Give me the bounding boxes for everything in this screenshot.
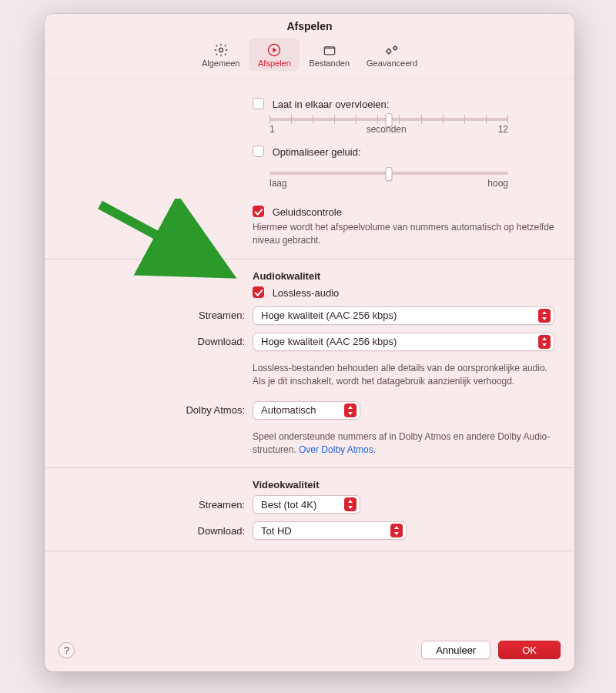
- help-button[interactable]: ?: [59, 642, 75, 658]
- soundcheck-desc: Hiermee wordt het afspeelvolume van numm…: [253, 221, 554, 248]
- gear-icon: [213, 42, 229, 59]
- tab-afspelen[interactable]: Afspelen: [249, 38, 300, 71]
- select-value: Automatisch: [261, 404, 340, 416]
- chevron-updown-icon: [344, 497, 357, 511]
- svg-point-3: [387, 49, 390, 53]
- videoquality-title: Videokwaliteit: [253, 479, 554, 490]
- dolby-link[interactable]: Over Dolby Atmos.: [299, 444, 376, 455]
- lossless-desc: Lossless-bestanden behouden alle details…: [253, 362, 554, 389]
- video-stream-select[interactable]: Best (tot 4K): [253, 495, 360, 514]
- svg-point-0: [219, 49, 223, 52]
- cancel-button[interactable]: Annuleer: [421, 641, 490, 659]
- folder-icon: [322, 42, 337, 59]
- select-value: Hoge kwaliteit (AAC 256 kbps): [261, 336, 534, 347]
- tab-label: Bestanden: [309, 59, 350, 68]
- crossfade-max: 12: [498, 124, 508, 135]
- divider: [45, 467, 574, 468]
- crossfade-label: Laat in elkaar overvloeien:: [273, 99, 390, 110]
- audio-download-select[interactable]: Hoge kwaliteit (AAC 256 kbps): [253, 333, 554, 351]
- svg-point-4: [393, 47, 397, 50]
- lossless-label: Lossless-audio: [273, 287, 340, 299]
- tab-bestanden[interactable]: Bestanden: [301, 38, 357, 71]
- tab-label: Algemeen: [202, 59, 240, 68]
- tab-algemeen[interactable]: Algemeen: [194, 38, 248, 71]
- divider: [45, 551, 574, 551]
- optimize-label: Optimaliseer geluid:: [273, 146, 361, 158]
- audioquality-title: Audiokwaliteit: [253, 270, 554, 282]
- download-label: Download:: [65, 336, 253, 347]
- chevron-updown-icon: [538, 335, 551, 349]
- stream-label: Streamen:: [65, 310, 253, 321]
- optimize-low: laag: [270, 178, 287, 189]
- crossfade-slider[interactable]: [270, 118, 508, 121]
- preferences-window: Afspelen Algemeen Afspelen Bestanden Gea…: [45, 14, 574, 671]
- optimize-checkbox[interactable]: [253, 146, 264, 157]
- chevron-updown-icon: [344, 403, 357, 417]
- soundcheck-checkbox[interactable]: [253, 206, 264, 217]
- select-value: Tot HD: [261, 525, 386, 537]
- footer: ? Annuleer OK: [45, 629, 574, 671]
- crossfade-checkbox[interactable]: [253, 98, 264, 109]
- select-value: Hoge kwaliteit (AAC 256 kbps): [261, 310, 534, 321]
- window-title: Afspelen: [45, 14, 574, 35]
- soundcheck-label: Geluidscontrole: [273, 206, 342, 218]
- crossfade-min: 1: [270, 124, 275, 135]
- tab-label: Geavanceerd: [367, 59, 417, 68]
- toolbar: Algemeen Afspelen Bestanden Geavanceerd: [45, 35, 574, 79]
- video-stream-label: Streamen:: [65, 499, 253, 511]
- ok-button[interactable]: OK: [498, 641, 561, 659]
- dolby-desc: Speel ondersteunde nummers af in Dolby A…: [253, 430, 554, 457]
- audio-stream-select[interactable]: Hoge kwaliteit (AAC 256 kbps): [253, 306, 554, 325]
- gears-icon: [383, 42, 400, 59]
- chevron-updown-icon: [538, 309, 551, 323]
- dolby-select[interactable]: Automatisch: [253, 401, 360, 420]
- optimize-high: hoog: [487, 178, 508, 189]
- tab-geavanceerd[interactable]: Geavanceerd: [359, 38, 425, 71]
- optimize-slider[interactable]: [270, 172, 508, 175]
- chevron-updown-icon: [390, 524, 403, 537]
- dolby-label: Dolby Atmos:: [65, 404, 253, 416]
- play-circle-icon: [266, 42, 282, 59]
- lossless-checkbox[interactable]: [253, 286, 264, 298]
- tab-label: Afspelen: [258, 59, 291, 68]
- select-value: Best (tot 4K): [261, 499, 340, 511]
- content: Laat in elkaar overvloeien: 1 seconden 1…: [45, 79, 574, 629]
- divider: [45, 259, 574, 259]
- video-download-label: Download:: [65, 525, 253, 537]
- video-download-select[interactable]: Tot HD: [253, 521, 407, 540]
